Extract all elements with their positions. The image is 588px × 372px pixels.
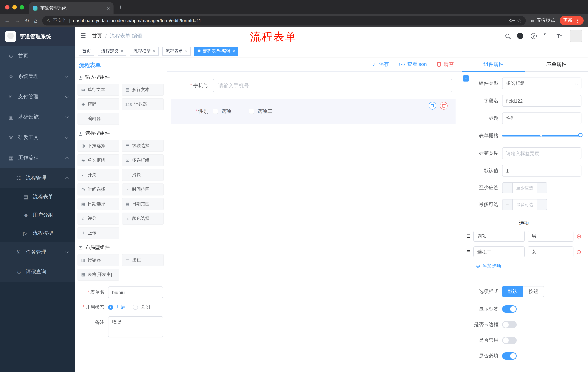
title-input[interactable]: [502, 112, 581, 124]
password-key-icon[interactable]: [509, 19, 512, 22]
sidebar-logo[interactable]: 芋道管理系统: [0, 27, 74, 46]
tag-process-form[interactable]: 流程表单 ×: [162, 46, 191, 55]
palette-item-slider[interactable]: ↔滑块: [122, 169, 164, 181]
checkbox-box[interactable]: [213, 109, 218, 114]
sidebar-item-system[interactable]: ⚙ 系统管理: [0, 66, 74, 87]
help-icon[interactable]: ?: [531, 33, 536, 39]
decrement-button[interactable]: −: [503, 200, 513, 210]
sidebar-item-process-model[interactable]: ▷ 流程模型: [0, 224, 74, 242]
bookmark-star-icon[interactable]: ☆: [517, 18, 521, 23]
fullscreen-icon[interactable]: [544, 33, 549, 38]
decrement-button[interactable]: −: [503, 183, 513, 193]
tag-process-definition[interactable]: 流程定义 ×: [98, 46, 126, 55]
style-default-button[interactable]: 默认: [502, 286, 523, 297]
close-window-button[interactable]: [5, 5, 10, 9]
phone-field-row[interactable]: *手机号: [171, 79, 452, 92]
sidebar-item-process-form[interactable]: ▤ 流程表单: [0, 188, 74, 206]
font-size-icon[interactable]: TT: [556, 33, 562, 39]
sidebar-item-leave-query[interactable]: ☺ 请假查询: [0, 262, 74, 282]
palette-item-counter[interactable]: 123计数器: [122, 98, 164, 110]
save-button[interactable]: ✓ 保存: [372, 61, 389, 67]
option-name-input[interactable]: [473, 231, 525, 242]
close-icon[interactable]: ×: [233, 49, 235, 53]
option-name-input[interactable]: [473, 246, 525, 257]
forward-button[interactable]: →: [15, 18, 20, 24]
sidebar-item-infrastructure[interactable]: ▣ 基础设施: [0, 107, 74, 128]
default-value-input[interactable]: [502, 165, 581, 177]
required-toggle[interactable]: [502, 352, 517, 360]
back-button[interactable]: ←: [4, 18, 10, 24]
palette-item-multi-text[interactable]: ▤多行文本: [122, 84, 164, 96]
palette-item-table[interactable]: ▦表格[开发中]: [77, 269, 119, 281]
duplicate-field-button[interactable]: [429, 102, 436, 110]
sidebar-item-process-management[interactable]: ☷ 流程管理: [0, 168, 74, 188]
disabled-toggle[interactable]: [502, 337, 517, 344]
min-select-value[interactable]: 至少应选: [513, 183, 537, 193]
link-icon[interactable]: ∞: [463, 75, 469, 82]
sidebar-item-home[interactable]: ⊙ 首页: [0, 46, 74, 66]
browser-tab[interactable]: 芋道管理系统 ×: [29, 2, 114, 14]
tag-process-form-edit[interactable]: 流程表单-编辑 ×: [194, 46, 238, 55]
gender-option2-checkbox[interactable]: 选项二: [249, 108, 273, 115]
github-icon[interactable]: [517, 33, 523, 39]
delete-field-button[interactable]: [440, 102, 448, 110]
style-button-button[interactable]: 按钮: [523, 286, 544, 297]
tab-form-props[interactable]: 表单属性: [525, 57, 588, 71]
palette-item-date-picker[interactable]: ▦日期选择: [77, 198, 119, 210]
palette-item-time-range[interactable]: ◔时间范围: [122, 183, 164, 195]
tag-home[interactable]: 首页: [79, 46, 94, 55]
palette-item-radio-group[interactable]: ◉单选框组: [77, 154, 119, 166]
add-option-button[interactable]: ⊕ 添加选项: [476, 263, 581, 269]
palette-item-checkbox-group[interactable]: ☑多选框组: [122, 154, 164, 166]
component-type-select[interactable]: [502, 77, 581, 89]
slider-track[interactable]: [502, 135, 581, 137]
palette-item-cascader[interactable]: ≣级联选择: [122, 140, 164, 152]
sidebar-item-user-group[interactable]: ☻ 用户分组: [0, 206, 74, 224]
gender-option1-checkbox[interactable]: 选项一: [213, 108, 237, 115]
max-select-value[interactable]: 最多可选: [513, 200, 537, 210]
hamburger-icon[interactable]: ☰: [80, 32, 86, 40]
zoom-window-button[interactable]: [20, 5, 24, 9]
show-label-toggle[interactable]: [502, 305, 517, 313]
palette-item-row-container[interactable]: ▥行容器: [77, 254, 119, 266]
new-tab-button[interactable]: +: [119, 4, 122, 10]
browser-menu-icon[interactable]: ⋮: [575, 18, 580, 23]
close-icon[interactable]: ×: [153, 49, 155, 53]
omnibox[interactable]: ⚠ 不安全 | dashboard.yudao.iocoder.cn/bpm/m…: [42, 16, 526, 25]
grid-slider[interactable]: [502, 130, 581, 142]
form-remark-textarea[interactable]: 嘿嘿: [108, 316, 163, 337]
clear-button[interactable]: 清空: [437, 61, 454, 67]
palette-item-button[interactable]: ▭按钮: [122, 254, 164, 266]
drag-handle-icon[interactable]: ☰: [466, 234, 471, 239]
close-icon[interactable]: ×: [185, 49, 188, 53]
palette-item-single-text[interactable]: ▭单行文本: [77, 84, 119, 96]
palette-item-editor[interactable]: 编辑器: [77, 113, 119, 125]
user-avatar[interactable]: [570, 30, 582, 42]
home-button[interactable]: ⌂: [34, 18, 37, 24]
tab-component-props[interactable]: 组件属性: [462, 57, 525, 71]
url-text[interactable]: dashboard.yudao.iocoder.cn/bpm/manager/f…: [73, 18, 506, 23]
sidebar-item-workflow[interactable]: ▦ 工作流程: [0, 148, 74, 168]
option-value-input[interactable]: [528, 246, 573, 257]
drag-handle-icon[interactable]: ☰: [466, 249, 471, 255]
gender-field-row-selected[interactable]: *性别 选项一 选项二: [171, 99, 456, 124]
remove-option-icon[interactable]: ⊖: [576, 233, 582, 239]
increment-button[interactable]: +: [537, 183, 547, 193]
close-icon[interactable]: ×: [121, 49, 123, 53]
close-tab-icon[interactable]: ×: [107, 5, 110, 11]
reload-button[interactable]: ↻: [25, 17, 29, 24]
label-width-input[interactable]: [502, 148, 581, 159]
sidebar-item-task-management[interactable]: ⊻ 任务管理: [0, 242, 74, 262]
view-json-button[interactable]: 查看json: [399, 61, 427, 67]
palette-item-password[interactable]: ◈密码: [77, 98, 119, 110]
border-toggle[interactable]: [502, 321, 517, 328]
minimize-window-button[interactable]: [12, 5, 17, 9]
palette-item-rate[interactable]: ☆评分: [77, 213, 119, 224]
sidebar-item-devtools[interactable]: ⚒ 研发工具: [0, 128, 74, 148]
security-label[interactable]: 不安全: [53, 18, 66, 24]
palette-item-time-picker[interactable]: ◷时间选择: [77, 183, 119, 195]
sidebar-item-payment[interactable]: ¥ 支付管理: [0, 87, 74, 107]
palette-item-date-range[interactable]: ▦日期范围: [122, 198, 164, 210]
palette-item-upload[interactable]: ⇧上传: [77, 227, 119, 239]
option-value-input[interactable]: [528, 231, 573, 242]
